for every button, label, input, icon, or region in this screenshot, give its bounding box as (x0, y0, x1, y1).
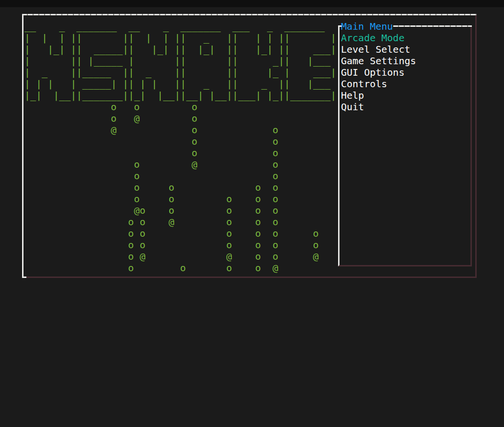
menu-item-game-settings[interactable]: Game Settings (341, 55, 416, 67)
game-border-corner (22, 277, 26, 278)
menu-item-level-select[interactable]: Level Select (341, 44, 410, 55)
menu-title: Main Menu (341, 21, 393, 32)
snake-decoration-ascii: o o o o @ o @ o o o o o o o @ o o o o o (111, 101, 318, 274)
nsnake-logo-ascii: __ _ _______ __ _ _______ ___ _ _______ … (24, 21, 336, 101)
terminal-top-strip (0, 0, 504, 7)
menu-item-gui-options[interactable]: GUI Options (341, 67, 404, 78)
menu-item-quit[interactable]: Quit (341, 101, 364, 113)
game-border-top-line (22, 14, 477, 15)
menu-item-controls[interactable]: Controls (341, 78, 387, 90)
menu-item-arcade-mode[interactable]: Arcade Mode (341, 32, 404, 44)
menu-border-top-line (393, 25, 472, 27)
menu-item-help[interactable]: Help (341, 90, 364, 101)
